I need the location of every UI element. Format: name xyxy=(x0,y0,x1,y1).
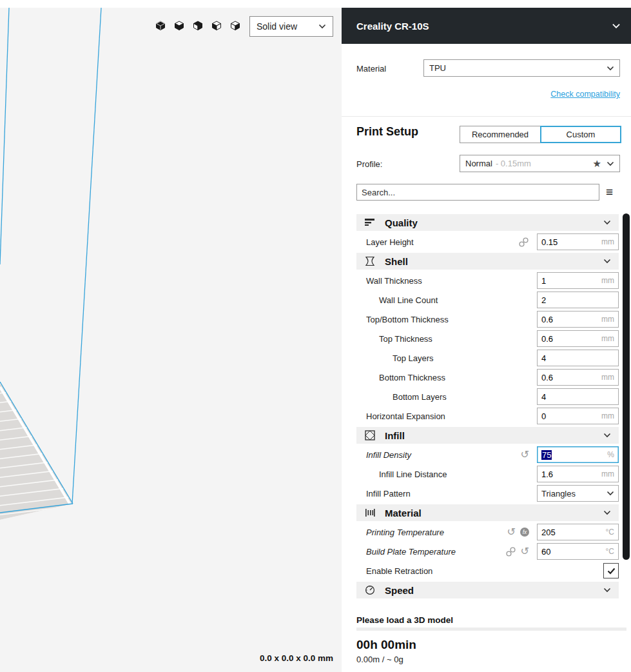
setting-row-infill-pattern: Infill Pattern Triangles xyxy=(356,485,619,502)
layer-height-input[interactable]: mm xyxy=(537,233,619,250)
view-mode-select[interactable]: Solid view xyxy=(249,16,333,37)
machine-selector[interactable]: Creality CR-10S xyxy=(342,8,631,44)
infill-pattern-select[interactable]: Triangles xyxy=(537,485,619,502)
setting-label: Wall Thickness xyxy=(366,276,537,286)
unit-label: mm xyxy=(601,373,614,382)
material-usage-estimate: 0.00m / ~ 0g xyxy=(356,655,403,664)
setting-label: Bottom Layers xyxy=(393,392,537,402)
view-right-icon[interactable] xyxy=(229,20,241,32)
profile-value: Normal xyxy=(465,159,492,168)
chevron-down-icon xyxy=(607,161,614,166)
section-title: Infill xyxy=(385,430,603,441)
infill-pattern-value: Triangles xyxy=(541,489,607,499)
wall-line-count-input[interactable] xyxy=(537,292,619,308)
search-box[interactable] xyxy=(356,184,599,201)
setting-label: Infill Density xyxy=(366,450,521,460)
setting-label: Infill Line Distance xyxy=(379,469,537,479)
load-model-message: Please load a 3D model xyxy=(356,615,453,625)
setting-row-printing-temperature: Printing Temperature ↺ fx °C xyxy=(356,524,619,540)
profile-select[interactable]: Normal - 0.15mm ★ xyxy=(460,155,620,172)
search-input[interactable] xyxy=(362,188,594,197)
link-icon[interactable] xyxy=(518,237,529,248)
shell-icon xyxy=(364,256,376,266)
settings-scrollbar[interactable] xyxy=(623,213,630,560)
link-icon[interactable] xyxy=(505,546,516,557)
material-select[interactable]: TPU xyxy=(423,59,620,77)
divider xyxy=(342,116,631,117)
function-icon[interactable]: fx xyxy=(520,528,529,537)
setting-label: Top/Bottom Thickness xyxy=(366,315,537,324)
section-title: Quality xyxy=(385,217,603,228)
tab-recommended[interactable]: Recommended xyxy=(460,126,541,143)
wall-thickness-input[interactable]: mm xyxy=(537,272,619,289)
printing-temperature-input[interactable]: °C xyxy=(537,524,619,540)
section-header-infill[interactable]: Infill xyxy=(356,427,619,444)
view-left-icon[interactable] xyxy=(211,20,222,32)
settings-list: Quality Layer Height mm Shell xyxy=(356,214,619,601)
top-layers-input[interactable] xyxy=(537,350,619,366)
selected-text: 75 xyxy=(541,450,552,460)
setting-row-bottom-thickness: Bottom Thickness mm xyxy=(356,369,619,386)
star-icon[interactable]: ★ xyxy=(593,158,601,170)
quality-icon xyxy=(364,219,376,226)
unit-label: mm xyxy=(601,237,614,246)
settings-menu-icon[interactable]: ≡ xyxy=(606,184,613,200)
chevron-down-icon xyxy=(603,433,611,438)
infill-line-distance-input[interactable]: mm xyxy=(537,466,619,482)
setting-row-top-thickness: Top Thickness mm xyxy=(356,330,619,347)
section-header-shell[interactable]: Shell xyxy=(356,253,619,270)
section-title: Shell xyxy=(385,256,603,267)
reset-icon[interactable]: ↺ xyxy=(507,528,516,537)
unit-label: mm xyxy=(601,411,614,420)
chevron-down-icon xyxy=(603,510,611,515)
setting-row-build-plate-temperature: Build Plate Temperature ↺ °C xyxy=(356,543,619,560)
unit-label: °C xyxy=(606,547,614,556)
build-plate-temperature-input[interactable]: °C xyxy=(537,543,619,560)
setting-label: Wall Line Count xyxy=(379,295,537,305)
material-icon xyxy=(364,508,376,518)
build-volume-scene xyxy=(0,8,342,672)
view-top-icon[interactable] xyxy=(192,20,204,32)
bottom-layers-input[interactable] xyxy=(537,388,619,405)
horizontal-expansion-input[interactable]: mm xyxy=(537,408,619,424)
view-toolbar xyxy=(155,20,241,32)
chevron-down-icon xyxy=(612,23,621,29)
infill-density-input[interactable]: 75 % xyxy=(537,446,619,463)
infill-icon xyxy=(364,430,376,440)
top-thickness-input[interactable]: mm xyxy=(537,330,619,347)
setting-label: Enable Retraction xyxy=(366,566,603,576)
chevron-down-icon xyxy=(607,66,614,71)
unit-label: mm xyxy=(601,315,614,324)
setting-row-bottom-layers: Bottom Layers xyxy=(356,388,619,405)
unit-label: % xyxy=(607,450,614,459)
unit-label: °C xyxy=(606,528,614,537)
view-front-icon[interactable] xyxy=(173,20,185,32)
reset-icon[interactable]: ↺ xyxy=(521,450,529,459)
model-dimensions-label: 0.0 x 0.0 x 0.0 mm xyxy=(260,653,333,663)
enable-retraction-checkbox[interactable] xyxy=(603,563,619,578)
section-header-quality[interactable]: Quality xyxy=(356,214,619,231)
section-title: Speed xyxy=(385,585,603,596)
profile-detail: - 0.15mm xyxy=(496,159,593,168)
tab-custom[interactable]: Custom xyxy=(540,126,621,143)
bottom-thickness-input[interactable]: mm xyxy=(537,369,619,386)
section-header-material[interactable]: Material xyxy=(356,504,619,521)
setting-row-horizontal-expansion: Horizontal Expansion mm xyxy=(356,408,619,424)
speed-icon xyxy=(364,585,376,595)
view-3d-icon[interactable] xyxy=(155,20,166,32)
viewport-3d[interactable]: Solid view 0.0 x 0.0 x 0.0 mm xyxy=(0,8,342,672)
material-value: TPU xyxy=(429,63,607,73)
setting-row-infill-density: Infill Density ↺ 75 % xyxy=(356,446,619,463)
section-header-speed[interactable]: Speed xyxy=(356,582,619,598)
print-setup-title: Print Setup xyxy=(356,125,418,139)
cura-window: Solid view 0.0 x 0.0 x 0.0 mm Creality C… xyxy=(0,0,631,672)
setting-label: Bottom Thickness xyxy=(379,373,537,382)
setting-row-top-bottom-thickness: Top/Bottom Thickness mm xyxy=(356,311,619,328)
chevron-down-icon xyxy=(603,259,611,264)
unit-label: mm xyxy=(601,276,614,285)
machine-name: Creality CR-10S xyxy=(356,21,612,32)
reset-icon[interactable]: ↺ xyxy=(521,547,529,556)
check-compatibility-link[interactable]: Check compatibility xyxy=(550,90,620,99)
setting-label: Top Layers xyxy=(393,353,537,363)
top-bottom-thickness-input[interactable]: mm xyxy=(537,311,619,328)
